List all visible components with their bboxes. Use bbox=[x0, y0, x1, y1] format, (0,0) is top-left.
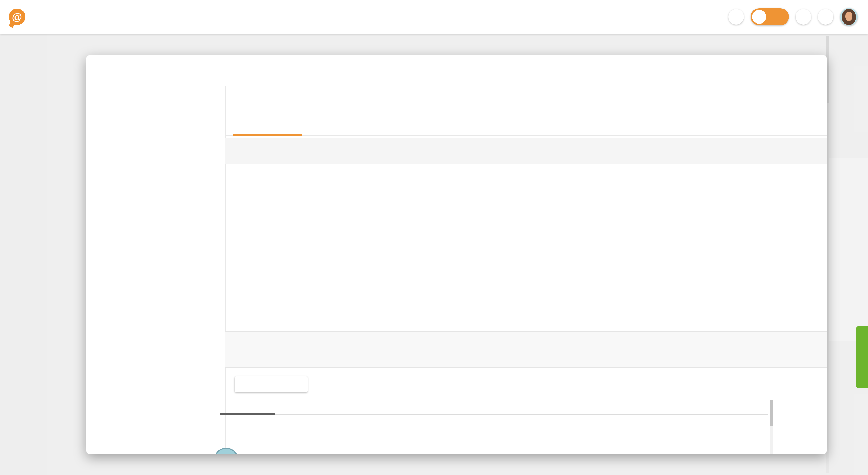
data-type-chips bbox=[225, 164, 827, 194]
modal-nav bbox=[86, 86, 225, 454]
chats-button[interactable] bbox=[796, 9, 811, 25]
active-tab-underline bbox=[232, 134, 302, 136]
to-solve-button[interactable] bbox=[751, 8, 789, 25]
export-to-csv-button[interactable] bbox=[235, 376, 308, 392]
calls-button[interactable] bbox=[818, 9, 833, 25]
mail-icon bbox=[752, 10, 766, 24]
chart-toolbar bbox=[225, 138, 827, 164]
avatar[interactable] bbox=[840, 8, 858, 26]
edit-agent-modal bbox=[86, 55, 827, 454]
add-button[interactable] bbox=[728, 9, 744, 25]
tabs-row bbox=[226, 110, 827, 136]
modal-header bbox=[86, 55, 827, 86]
performance-chart bbox=[228, 192, 818, 326]
table-header bbox=[220, 399, 768, 414]
liveagent-logo: @ bbox=[9, 8, 29, 25]
sorted-column-underline bbox=[220, 413, 275, 415]
logo-bubble-icon: @ bbox=[9, 8, 25, 25]
table-scrollbar[interactable] bbox=[770, 400, 773, 454]
report-table bbox=[220, 399, 768, 414]
get-live-help-tab[interactable] bbox=[856, 326, 868, 388]
topbar: @ bbox=[0, 0, 868, 34]
stats-row bbox=[225, 331, 827, 368]
